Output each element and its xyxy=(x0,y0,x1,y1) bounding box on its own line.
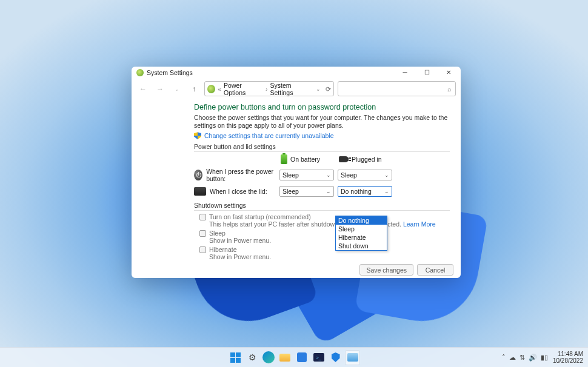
search-input[interactable]: ⌕ xyxy=(338,81,456,96)
cancel-button[interactable]: Cancel xyxy=(417,264,453,276)
col-plugged-label: Plugged in xyxy=(352,156,382,163)
shield-icon xyxy=(194,132,201,139)
battery-icon xyxy=(281,154,287,164)
minimize-button[interactable]: ─ xyxy=(394,67,416,78)
forward-button[interactable]: → xyxy=(153,82,167,96)
windows-logo-icon xyxy=(230,352,241,363)
taskbar-store[interactable] xyxy=(295,351,309,365)
tray-chevron-icon[interactable]: ˄ xyxy=(502,354,506,362)
taskbar-settings[interactable]: ⚙ xyxy=(246,351,259,365)
combo-value: Sleep xyxy=(282,171,299,179)
chevron-down-icon: ⌄ xyxy=(384,172,389,178)
change-settings-link[interactable]: Change settings that are currently unava… xyxy=(204,132,334,139)
section-shutdown-header: Shutdown settings xyxy=(194,202,450,211)
navbar: ← → ⌄ ↑ « Power Options › System Setting… xyxy=(132,78,461,99)
page-title: Define power buttons and turn on passwor… xyxy=(194,103,450,111)
breadcrumb-item[interactable]: Power Options xyxy=(224,82,263,96)
power-button-icon: ⏻ xyxy=(194,170,202,180)
combo-value: Sleep xyxy=(341,171,357,179)
sleep-desc: Show in Power menu. xyxy=(199,237,450,244)
search-icon: ⌕ xyxy=(447,85,452,93)
taskbar-security[interactable] xyxy=(329,351,342,365)
content-area: Define power buttons and turn on passwor… xyxy=(132,99,461,262)
system-settings-window: System Settings ─ ☐ ✕ ← → ⌄ ↑ « Power Op… xyxy=(132,67,461,278)
save-button[interactable]: Save changes xyxy=(359,264,413,276)
hibernate-label: Hibernate xyxy=(209,246,237,253)
terminal-icon: >_ xyxy=(313,353,324,362)
dropdown-option-shut-down[interactable]: Shut down xyxy=(336,242,387,250)
folder-icon xyxy=(279,354,290,362)
store-icon xyxy=(297,352,307,362)
dropdown-option-do-nothing[interactable]: Do nothing xyxy=(336,216,387,225)
power-options-icon xyxy=(136,69,144,76)
close-lid-label: When I close the lid: xyxy=(210,188,267,195)
volume-icon[interactable]: 🔊 xyxy=(529,354,537,362)
intro-text: Choose the power settings that you want … xyxy=(194,114,450,130)
window-title: System Settings xyxy=(147,69,193,76)
taskbar-explorer[interactable] xyxy=(278,351,292,365)
power-button-plugged-select[interactable]: Sleep⌄ xyxy=(338,170,392,180)
plug-icon xyxy=(339,156,349,162)
dropdown-option-hibernate[interactable]: Hibernate xyxy=(336,233,387,242)
taskbar-edge[interactable] xyxy=(262,351,275,363)
close-button[interactable]: ✕ xyxy=(438,67,459,78)
taskbar: ⚙ >_ ˄ ☁ ⇅ 🔊 ▮▯ 11:48 AM 10/28/2022 xyxy=(0,347,588,367)
power-button-row-label: ⏻ When I press the power button: xyxy=(194,168,276,182)
section-power-header: Power button and lid settings xyxy=(194,143,450,152)
wifi-icon[interactable]: ⇅ xyxy=(520,354,525,362)
fast-startup-label: Turn on fast startup (recommended) xyxy=(209,213,311,220)
power-options-icon xyxy=(207,85,215,93)
fast-startup-checkbox[interactable] xyxy=(199,214,206,220)
refresh-button[interactable]: ⟳ xyxy=(326,85,331,93)
taskbar-control-panel[interactable] xyxy=(346,351,359,365)
onedrive-icon[interactable]: ☁ xyxy=(509,354,516,362)
sleep-label: Sleep xyxy=(209,230,226,237)
time-text: 11:48 AM xyxy=(553,351,583,357)
chevron-down-icon: ⌄ xyxy=(326,172,331,178)
lid-icon xyxy=(194,187,206,196)
learn-more-link[interactable]: Learn More xyxy=(403,220,436,228)
maximize-button[interactable]: ☐ xyxy=(416,67,438,78)
recent-dropdown[interactable]: ⌄ xyxy=(170,82,184,96)
shield-icon xyxy=(332,352,340,362)
breadcrumb-prefix: « xyxy=(218,85,221,93)
on-battery-column: On battery xyxy=(279,154,334,164)
control-panel-icon xyxy=(347,353,358,362)
power-button-battery-select[interactable]: Sleep⌄ xyxy=(279,170,334,180)
taskbar-terminal[interactable]: >_ xyxy=(312,351,326,365)
clock[interactable]: 11:48 AM 10/28/2022 xyxy=(553,351,583,364)
hibernate-checkbox[interactable] xyxy=(199,246,206,253)
footer: Save changes Cancel xyxy=(132,262,461,278)
date-text: 10/28/2022 xyxy=(553,357,583,364)
battery-tray-icon[interactable]: ▮▯ xyxy=(541,354,548,362)
close-lid-plugged-dropdown: Do nothing Sleep Hibernate Shut down xyxy=(335,216,387,251)
start-button[interactable] xyxy=(229,351,242,365)
titlebar[interactable]: System Settings ─ ☐ ✕ xyxy=(132,67,461,78)
sleep-checkbox[interactable] xyxy=(199,230,206,237)
power-button-label: When I press the power button: xyxy=(206,168,276,182)
col-battery-label: On battery xyxy=(290,156,320,163)
plugged-in-column: Plugged in xyxy=(338,156,392,163)
chevron-down-icon: ⌄ xyxy=(384,188,389,194)
close-lid-plugged-select[interactable]: Do nothing⌄ xyxy=(338,186,392,197)
breadcrumb-sep: › xyxy=(266,85,268,93)
close-lid-battery-select[interactable]: Sleep⌄ xyxy=(279,186,334,197)
close-lid-row-label: When I close the lid: xyxy=(194,187,276,196)
hibernate-desc: Show in Power menu. xyxy=(199,253,450,260)
back-button[interactable]: ← xyxy=(136,82,150,96)
chevron-down-icon: ⌄ xyxy=(326,188,331,194)
dropdown-option-sleep[interactable]: Sleep xyxy=(336,225,387,233)
address-bar[interactable]: « Power Options › System Settings ⌄ ⟳ xyxy=(204,81,334,96)
breadcrumb-item[interactable]: System Settings xyxy=(270,82,313,96)
combo-value: Do nothing xyxy=(341,188,372,195)
up-button[interactable]: ↑ xyxy=(187,82,201,96)
history-chevron-icon[interactable]: ⌄ xyxy=(316,86,321,92)
combo-value: Sleep xyxy=(282,188,299,195)
